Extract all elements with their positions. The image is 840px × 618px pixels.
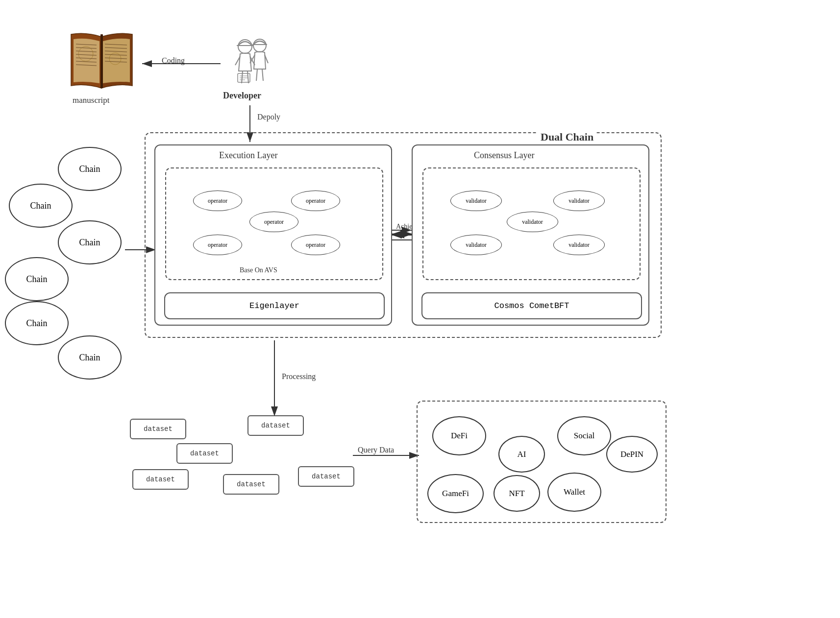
dataset-box-1: dataset bbox=[130, 419, 186, 439]
eigenlayer-box: Eigenlayer bbox=[164, 292, 385, 319]
cosmos-label: Cosmos CometBFT bbox=[494, 301, 569, 310]
validator-node-2: validator bbox=[553, 190, 605, 211]
svg-rect-57 bbox=[100, 34, 103, 88]
dataset-box-5: dataset bbox=[223, 474, 279, 495]
chain-oval-5: Chain bbox=[5, 301, 69, 345]
manuscript-label: manuscript bbox=[73, 95, 110, 105]
dataset-box-2: dataset bbox=[176, 443, 233, 464]
validator-node-5: validator bbox=[553, 235, 605, 255]
chain-oval-1: Chain bbox=[9, 184, 73, 228]
operator-node-3: operator bbox=[249, 212, 298, 232]
app-oval-ai: AI bbox=[498, 436, 545, 473]
chain-oval-3: Chain bbox=[58, 220, 122, 264]
app-oval-wallet: Wallet bbox=[547, 473, 601, 512]
deploy-label: Depoly bbox=[257, 113, 280, 121]
dataset-box-6: dataset bbox=[298, 466, 354, 487]
query-data-label: Query Data bbox=[358, 446, 394, 454]
base-on-avs-label: Base On AVS bbox=[240, 266, 277, 274]
coding-label: Coding bbox=[162, 56, 185, 65]
consensus-layer-label: Consensus Layer bbox=[474, 150, 534, 161]
processing-label: Processing bbox=[282, 372, 316, 381]
app-oval-gamefi: GameFi bbox=[427, 474, 484, 513]
operator-node-2: operator bbox=[291, 190, 340, 211]
manuscript-image bbox=[66, 29, 137, 93]
operators-dashed-box: operator operator operator operator oper… bbox=[165, 167, 383, 280]
consensus-layer-box: Consensus Layer validator validator vali… bbox=[412, 144, 649, 326]
app-oval-nft: NFT bbox=[494, 475, 540, 512]
eigenlayer-label: Eigenlayer bbox=[249, 301, 299, 310]
validators-dashed-box: validator validator validator validator … bbox=[422, 167, 641, 280]
apps-container: DeFi Social AI DePIN GameFi NFT Wallet bbox=[417, 401, 667, 523]
execution-layer-label: Execution Layer bbox=[219, 150, 277, 161]
validator-node-4: validator bbox=[450, 235, 502, 255]
developer-label: Developer bbox=[223, 91, 261, 101]
operator-node-4: operator bbox=[193, 235, 242, 255]
chain-oval-4: Chain bbox=[5, 257, 69, 301]
chain-oval-2: Chain bbox=[58, 147, 122, 191]
execution-layer-box: Execution Layer operator operator operat… bbox=[154, 144, 392, 326]
validator-node-1: validator bbox=[450, 190, 502, 211]
chain-oval-6: Chain bbox=[58, 335, 122, 380]
developer-icon bbox=[228, 27, 277, 91]
svg-line-38 bbox=[256, 69, 257, 81]
dataset-box-3: dataset bbox=[247, 415, 304, 436]
app-oval-social: Social bbox=[557, 416, 611, 455]
cosmos-box: Cosmos CometBFT bbox=[421, 292, 642, 319]
validator-node-3: validator bbox=[507, 212, 558, 232]
dual-chain-label: Dual Chain bbox=[538, 131, 596, 143]
operator-node-5: operator bbox=[291, 235, 340, 255]
svg-line-39 bbox=[262, 69, 263, 81]
dataset-box-4: dataset bbox=[132, 469, 189, 490]
app-oval-defi: DeFi bbox=[432, 416, 486, 455]
diagram: Developer bbox=[0, 0, 840, 618]
app-oval-depin: DePIN bbox=[606, 436, 658, 473]
operator-node-1: operator bbox=[193, 190, 242, 211]
svg-line-33 bbox=[247, 71, 248, 83]
svg-line-32 bbox=[242, 71, 243, 83]
